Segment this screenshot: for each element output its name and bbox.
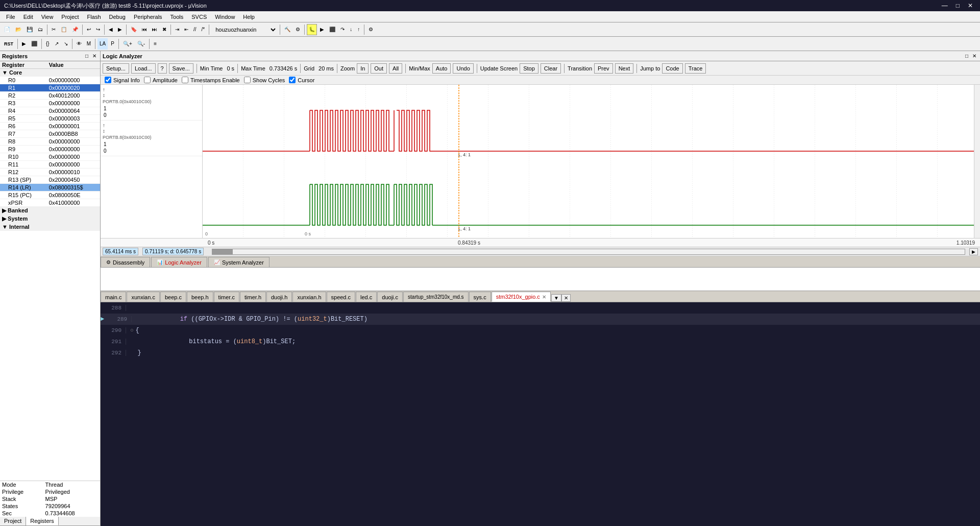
reg-row[interactable]: xPSR 0x41000000 [0,199,100,207]
file-tab-close-icon[interactable]: ✕ [542,294,546,300]
waveform-area[interactable]: 1, 4: 1 1, 4: 1 [203,85,974,238]
la-close-btn[interactable]: ✕ [971,53,978,59]
reg-row[interactable]: R11 0x00000000 [0,161,100,169]
signal-info-checkbox[interactable] [105,77,111,83]
unindent-button[interactable]: ⇤ [182,24,190,35]
reg-row[interactable]: R1 0x00000020 [0,84,100,92]
file-tab-xunxian-c[interactable]: xunxian.c [127,292,159,302]
redo-button[interactable]: ↪ [94,24,102,35]
rebuild-button[interactable]: ⚙ [293,24,302,35]
target-dropdown[interactable]: houzuozhuanxin [211,24,278,35]
cut-button[interactable]: ✂ [50,24,58,35]
file-tab-gpio-c[interactable]: stm32f10x_gpio.c ✕ [492,292,551,302]
cursor-checkbox[interactable] [289,77,296,83]
la-code-btn[interactable]: Code [662,63,682,74]
more-button[interactable]: ≡ [152,38,159,50]
build-button[interactable]: 🔨 [282,24,292,35]
registers-table-container[interactable]: Register Value ▼ Core R0 0x00000000 R1 0… [0,61,100,481]
tab-project[interactable]: Project [0,517,26,525]
file-tab-beep-h[interactable]: beep.h [187,292,213,302]
reg-row[interactable]: R12 0x00000010 [0,169,100,176]
registers-close-btn[interactable]: ✕ [91,53,98,59]
scroll-right-btn[interactable]: ▶ [969,248,978,255]
bookmark-clear-button[interactable]: ✖ [160,24,168,35]
menu-edit[interactable]: Edit [19,13,37,21]
comment-button[interactable]: // [191,24,199,35]
file-tab-close-all-btn[interactable]: ✕ [561,294,571,302]
open-button[interactable]: 📂 [13,24,23,35]
minimize-button[interactable]: — [939,2,951,9]
la-prev-btn[interactable]: Prev [594,63,613,74]
la-float-btn[interactable]: □ [964,53,970,59]
rst-button[interactable]: RST [2,38,15,50]
debug-button[interactable]: 🐛 [307,24,317,35]
reg-row[interactable]: R7 0x0000BB8 [0,130,100,138]
la-help-btn[interactable]: ? [158,63,167,74]
run-button[interactable]: ▶ [318,24,326,35]
file-tab-timer-h[interactable]: timer.h [240,292,266,302]
file-tab-sys-c[interactable]: sys.c [469,292,491,302]
stop-button[interactable]: ⬛ [327,24,337,35]
la-save-btn[interactable]: Save... [169,63,193,74]
la-cursor-cb[interactable]: Cursor [289,77,314,83]
la-clear-btn[interactable]: Clear [541,63,561,74]
la-auto-btn[interactable]: Auto [432,63,451,74]
menu-svcs[interactable]: SVCS [187,13,211,21]
amplitude-checkbox[interactable] [144,77,151,83]
file-tab-duoji-h[interactable]: duoji.h [266,292,292,302]
undo-button[interactable]: ↩ [85,24,93,35]
stepover2-button[interactable]: ↗ [53,38,61,50]
uncomment-button[interactable]: /* [200,24,207,35]
tab-system-analyzer[interactable]: 📈 System Analyzer [208,257,270,267]
reg-row[interactable]: R0 0x00000000 [0,77,100,84]
nav-back-button[interactable]: ◀ [107,24,115,35]
hscroll-thumb[interactable] [212,249,233,254]
tab-registers[interactable]: Registers [26,517,58,525]
menu-peripherals[interactable]: Peripherals [130,13,166,21]
tab-logic-analyzer[interactable]: 📊 Logic Analyzer [151,257,207,267]
la-zoom-in-btn[interactable]: In [357,63,369,74]
settings-button[interactable]: ⚙ [366,24,375,35]
braces-button[interactable]: {} [44,38,52,50]
la-next-btn[interactable]: Next [615,63,634,74]
nav-fwd-button[interactable]: ▶ [116,24,124,35]
menu-view[interactable]: View [37,13,58,21]
reg-row[interactable]: R9 0x00000000 [0,146,100,153]
menu-tools[interactable]: Tools [166,13,188,21]
logic-btn[interactable]: LA [97,38,108,50]
file-tab-main-c[interactable]: main.c [101,292,126,302]
menu-debug[interactable]: Debug [105,13,130,21]
registers-float-btn[interactable]: □ [84,53,90,59]
paste-button[interactable]: 📌 [70,24,80,35]
periph-button[interactable]: P [109,38,116,50]
menu-file[interactable]: File [2,13,19,21]
file-tab-timer-c[interactable]: timer.c [214,292,239,302]
stop2-button[interactable]: ⬛ [29,38,39,50]
reg-row[interactable]: R3 0x00000000 [0,100,100,107]
reg-row[interactable]: R10 0x00000000 [0,153,100,161]
la-load-btn[interactable]: Load... [131,63,156,74]
close-button[interactable]: ✕ [965,2,976,9]
save-button[interactable]: 💾 [24,24,35,35]
hscroll-bar[interactable] [212,249,965,255]
file-tab-startup[interactable]: startup_stm32f10x_md.s [403,292,469,302]
signal-vscroll[interactable] [974,85,980,238]
timestamps-checkbox[interactable] [182,77,188,83]
file-tab-duoji-c[interactable]: duoji.c [377,292,403,302]
file-tab-more-btn[interactable]: ▼ [551,294,561,302]
stepinto2-button[interactable]: ↘ [62,38,70,50]
reg-row[interactable]: R6 0x00000001 [0,123,100,130]
step-over-button[interactable]: ↷ [338,24,347,35]
la-show-cycles-cb[interactable]: Show Cycles [244,77,285,83]
reg-row[interactable]: R15 (PC) 0x0800050E [0,192,100,199]
maximize-button[interactable]: □ [953,2,963,9]
la-setup-btn[interactable]: Setup... [103,63,129,74]
reg-row[interactable]: R4 0x00000064 [0,107,100,115]
mem-button[interactable]: M [85,38,93,50]
la-zoom-all-btn[interactable]: All [389,63,402,74]
menu-flash[interactable]: Flash [83,13,105,21]
reg-row[interactable]: R8 0x00000000 [0,138,100,146]
la-amplitude-cb[interactable]: Amplitude [144,77,178,83]
show-cycles-checkbox[interactable] [244,77,251,83]
code-area[interactable]: 288 ► 289 if ((GPIOx->IDR & GPIO_Pin) !=… [101,302,980,526]
